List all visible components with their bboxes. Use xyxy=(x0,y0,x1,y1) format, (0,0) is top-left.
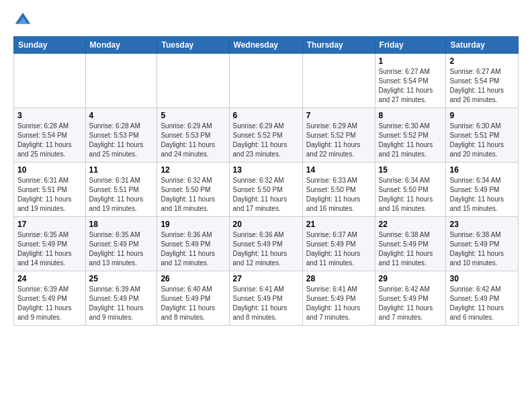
day-number: 18 xyxy=(89,220,154,229)
day-info: Sunrise: 6:41 AM Sunset: 5:49 PM Dayligh… xyxy=(233,285,299,322)
week-row-4: 17Sunrise: 6:35 AM Sunset: 5:49 PM Dayli… xyxy=(14,217,519,271)
day-info: Sunrise: 6:36 AM Sunset: 5:49 PM Dayligh… xyxy=(233,230,299,268)
day-number: 4 xyxy=(89,111,154,120)
day-info: Sunrise: 6:32 AM Sunset: 5:50 PM Dayligh… xyxy=(161,176,225,214)
logo xyxy=(13,11,35,30)
day-info: Sunrise: 6:36 AM Sunset: 5:49 PM Dayligh… xyxy=(161,230,225,268)
day-info: Sunrise: 6:30 AM Sunset: 5:52 PM Dayligh… xyxy=(379,122,443,159)
calendar-cell: 26Sunrise: 6:40 AM Sunset: 5:49 PM Dayli… xyxy=(157,271,229,326)
day-info: Sunrise: 6:40 AM Sunset: 5:49 PM Dayligh… xyxy=(161,285,225,322)
calendar-cell: 11Sunrise: 6:31 AM Sunset: 5:51 PM Dayli… xyxy=(85,163,157,217)
col-header-wednesday: Wednesday xyxy=(229,37,302,54)
calendar-cell: 22Sunrise: 6:38 AM Sunset: 5:49 PM Dayli… xyxy=(375,217,446,271)
day-info: Sunrise: 6:31 AM Sunset: 5:51 PM Dayligh… xyxy=(89,176,154,214)
calendar-cell: 10Sunrise: 6:31 AM Sunset: 5:51 PM Dayli… xyxy=(14,163,86,217)
day-number: 7 xyxy=(306,111,371,120)
day-number: 23 xyxy=(449,220,515,229)
calendar-cell: 1Sunrise: 6:27 AM Sunset: 5:54 PM Daylig… xyxy=(375,54,446,108)
week-row-2: 3Sunrise: 6:28 AM Sunset: 5:54 PM Daylig… xyxy=(14,108,519,163)
day-info: Sunrise: 6:39 AM Sunset: 5:49 PM Dayligh… xyxy=(17,285,82,322)
day-number: 24 xyxy=(17,274,82,283)
day-info: Sunrise: 6:34 AM Sunset: 5:50 PM Dayligh… xyxy=(379,176,443,214)
day-info: Sunrise: 6:29 AM Sunset: 5:52 PM Dayligh… xyxy=(306,122,371,159)
calendar-cell: 20Sunrise: 6:36 AM Sunset: 5:49 PM Dayli… xyxy=(229,217,302,271)
day-info: Sunrise: 6:35 AM Sunset: 5:49 PM Dayligh… xyxy=(89,230,154,268)
day-number: 21 xyxy=(306,220,371,229)
day-info: Sunrise: 6:34 AM Sunset: 5:49 PM Dayligh… xyxy=(449,176,515,214)
day-info: Sunrise: 6:41 AM Sunset: 5:49 PM Dayligh… xyxy=(306,285,371,322)
calendar-cell: 4Sunrise: 6:28 AM Sunset: 5:53 PM Daylig… xyxy=(85,108,157,163)
day-number: 25 xyxy=(89,274,154,283)
day-info: Sunrise: 6:28 AM Sunset: 5:54 PM Dayligh… xyxy=(17,122,82,159)
calendar-cell: 23Sunrise: 6:38 AM Sunset: 5:49 PM Dayli… xyxy=(446,217,519,271)
calendar-header-row: SundayMondayTuesdayWednesdayThursdayFrid… xyxy=(14,37,519,54)
day-number: 6 xyxy=(233,111,299,120)
day-number: 16 xyxy=(449,165,515,175)
day-info: Sunrise: 6:35 AM Sunset: 5:49 PM Dayligh… xyxy=(17,230,82,268)
calendar-cell: 9Sunrise: 6:30 AM Sunset: 5:51 PM Daylig… xyxy=(446,108,519,163)
calendar-cell: 2Sunrise: 6:27 AM Sunset: 5:54 PM Daylig… xyxy=(446,54,519,108)
header xyxy=(13,11,519,30)
logo-icon xyxy=(13,11,32,30)
day-number: 1 xyxy=(379,56,443,66)
day-info: Sunrise: 6:39 AM Sunset: 5:49 PM Dayligh… xyxy=(89,285,154,322)
day-number: 8 xyxy=(379,111,443,120)
calendar-cell: 6Sunrise: 6:29 AM Sunset: 5:52 PM Daylig… xyxy=(229,108,302,163)
day-number: 9 xyxy=(449,111,515,120)
day-info: Sunrise: 6:42 AM Sunset: 5:49 PM Dayligh… xyxy=(379,285,443,322)
day-number: 26 xyxy=(161,274,225,283)
calendar-table: SundayMondayTuesdayWednesdayThursdayFrid… xyxy=(13,36,519,326)
day-number: 14 xyxy=(306,165,371,175)
day-number: 2 xyxy=(449,56,515,66)
day-info: Sunrise: 6:38 AM Sunset: 5:49 PM Dayligh… xyxy=(449,230,515,268)
day-number: 13 xyxy=(233,165,299,175)
calendar-cell: 21Sunrise: 6:37 AM Sunset: 5:49 PM Dayli… xyxy=(302,217,375,271)
day-number: 17 xyxy=(17,220,82,229)
col-header-friday: Friday xyxy=(375,37,446,54)
calendar-cell xyxy=(157,54,229,108)
col-header-saturday: Saturday xyxy=(446,37,519,54)
day-info: Sunrise: 6:31 AM Sunset: 5:51 PM Dayligh… xyxy=(17,176,82,214)
week-row-3: 10Sunrise: 6:31 AM Sunset: 5:51 PM Dayli… xyxy=(14,163,519,217)
calendar-cell: 27Sunrise: 6:41 AM Sunset: 5:49 PM Dayli… xyxy=(229,271,302,326)
col-header-monday: Monday xyxy=(85,37,157,54)
calendar-cell: 19Sunrise: 6:36 AM Sunset: 5:49 PM Dayli… xyxy=(157,217,229,271)
calendar-cell xyxy=(85,54,157,108)
calendar-cell: 25Sunrise: 6:39 AM Sunset: 5:49 PM Dayli… xyxy=(85,271,157,326)
calendar-cell: 17Sunrise: 6:35 AM Sunset: 5:49 PM Dayli… xyxy=(14,217,86,271)
day-number: 11 xyxy=(89,165,154,175)
day-number: 12 xyxy=(161,165,225,175)
calendar-cell: 15Sunrise: 6:34 AM Sunset: 5:50 PM Dayli… xyxy=(375,163,446,217)
calendar-cell: 30Sunrise: 6:42 AM Sunset: 5:49 PM Dayli… xyxy=(446,271,519,326)
day-info: Sunrise: 6:29 AM Sunset: 5:52 PM Dayligh… xyxy=(233,122,299,159)
day-info: Sunrise: 6:27 AM Sunset: 5:54 PM Dayligh… xyxy=(449,67,515,105)
calendar-cell: 8Sunrise: 6:30 AM Sunset: 5:52 PM Daylig… xyxy=(375,108,446,163)
calendar-cell: 3Sunrise: 6:28 AM Sunset: 5:54 PM Daylig… xyxy=(14,108,86,163)
page: SundayMondayTuesdayWednesdayThursdayFrid… xyxy=(0,0,532,336)
day-number: 5 xyxy=(161,111,225,120)
day-number: 19 xyxy=(161,220,225,229)
calendar-cell: 7Sunrise: 6:29 AM Sunset: 5:52 PM Daylig… xyxy=(302,108,375,163)
day-number: 29 xyxy=(379,274,443,283)
calendar-cell: 16Sunrise: 6:34 AM Sunset: 5:49 PM Dayli… xyxy=(446,163,519,217)
calendar-cell: 5Sunrise: 6:29 AM Sunset: 5:53 PM Daylig… xyxy=(157,108,229,163)
col-header-sunday: Sunday xyxy=(14,37,86,54)
day-number: 27 xyxy=(233,274,299,283)
calendar-cell xyxy=(229,54,302,108)
day-info: Sunrise: 6:33 AM Sunset: 5:50 PM Dayligh… xyxy=(306,176,371,214)
day-info: Sunrise: 6:38 AM Sunset: 5:49 PM Dayligh… xyxy=(379,230,443,268)
calendar-cell: 29Sunrise: 6:42 AM Sunset: 5:49 PM Dayli… xyxy=(375,271,446,326)
day-number: 28 xyxy=(306,274,371,283)
day-info: Sunrise: 6:37 AM Sunset: 5:49 PM Dayligh… xyxy=(306,230,371,268)
day-number: 22 xyxy=(379,220,443,229)
day-info: Sunrise: 6:28 AM Sunset: 5:53 PM Dayligh… xyxy=(89,122,154,159)
calendar-cell xyxy=(302,54,375,108)
day-number: 3 xyxy=(17,111,82,120)
calendar-cell: 13Sunrise: 6:32 AM Sunset: 5:50 PM Dayli… xyxy=(229,163,302,217)
day-number: 30 xyxy=(449,274,515,283)
day-number: 10 xyxy=(17,165,82,175)
day-number: 20 xyxy=(233,220,299,229)
day-info: Sunrise: 6:32 AM Sunset: 5:50 PM Dayligh… xyxy=(233,176,299,214)
week-row-5: 24Sunrise: 6:39 AM Sunset: 5:49 PM Dayli… xyxy=(14,271,519,326)
day-number: 15 xyxy=(379,165,443,175)
